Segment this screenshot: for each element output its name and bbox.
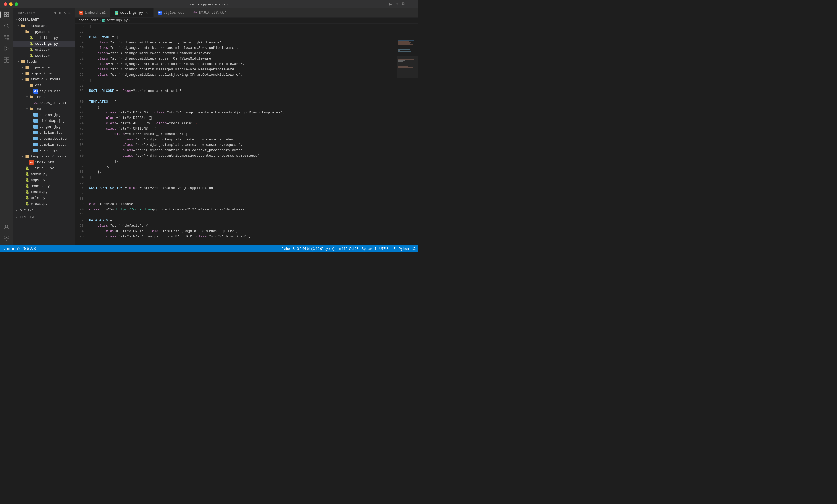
line-content[interactable]: class="str">'NAME': os.path.join(BASE_DI… bbox=[89, 234, 397, 239]
tree-tests-py[interactable]: 🐍 tests.py bbox=[13, 189, 75, 195]
run-icon[interactable]: ▶ bbox=[389, 2, 392, 7]
line-content[interactable]: class="str">'django.middleware.common.Co… bbox=[89, 51, 397, 56]
minimize-button[interactable] bbox=[9, 2, 13, 6]
tab-bmjua-font[interactable]: Aa BMJUA_ttf.ttf bbox=[189, 8, 231, 17]
tab-index-html[interactable]: dj index.html bbox=[75, 8, 110, 17]
errors-item[interactable]: 0 0 bbox=[23, 247, 36, 251]
line-content[interactable]: }, bbox=[89, 169, 397, 175]
explorer-icon[interactable] bbox=[2, 10, 11, 19]
tree-foods-urls[interactable]: 🐍 urls.py bbox=[13, 195, 75, 201]
line-content[interactable]: class="str">'OPTIONS': { bbox=[89, 126, 397, 131]
tree-wsgi-py[interactable]: 🐍 wsgi.py bbox=[13, 53, 75, 58]
source-control-icon[interactable] bbox=[2, 33, 11, 41]
sync-item[interactable] bbox=[17, 247, 20, 250]
new-file-icon[interactable]: + bbox=[54, 11, 57, 15]
window-controls[interactable] bbox=[4, 2, 18, 6]
tree-fonts-folder[interactable]: ▾ fonts bbox=[13, 94, 75, 100]
line-content[interactable]: class="str">'django.middleware.clickjack… bbox=[89, 72, 397, 78]
timeline-header[interactable]: ▸ TIMELINE bbox=[13, 214, 75, 220]
tree-bibimbap[interactable]: bibimbap.jpg bbox=[13, 118, 75, 124]
tree-migrations[interactable]: ▸ migrations bbox=[13, 70, 75, 76]
line-content[interactable]: class="str">'context_processors': [ bbox=[89, 131, 397, 137]
tab-styles-css[interactable]: CSS styles.css bbox=[154, 8, 189, 17]
tree-styles-css[interactable]: CSS styles.css bbox=[13, 88, 75, 94]
line-content[interactable]: ], bbox=[89, 159, 397, 164]
tree-root-costaurant[interactable]: ▾ COSTAURANT bbox=[13, 17, 75, 23]
line-content[interactable]: ] bbox=[89, 78, 397, 83]
account-icon[interactable] bbox=[2, 222, 11, 231]
code-container[interactable]: 56]5758MIDDLEWARE = [59 class="str">'dja… bbox=[75, 24, 418, 245]
line-content[interactable]: DATABASES = { bbox=[89, 218, 397, 223]
tree-bmjua-font[interactable]: Aa BMJUA_ttf.ttf bbox=[13, 100, 75, 106]
tree-banana[interactable]: banana.jpg bbox=[13, 112, 75, 118]
tree-pycache[interactable]: ▸ __pycache__ bbox=[13, 29, 75, 35]
line-content[interactable]: WSGI_APPLICATION = class="str">'costaura… bbox=[89, 185, 397, 191]
language-item[interactable]: Python bbox=[399, 247, 409, 251]
line-content[interactable]: class="cm"># Database bbox=[89, 202, 397, 207]
tree-css-folder[interactable]: ▾ css bbox=[13, 82, 75, 88]
tree-foods-init[interactable]: 🐍 __init__.py bbox=[13, 165, 75, 171]
line-content[interactable]: class="str">'django.contrib.messages.mid… bbox=[89, 67, 397, 72]
line-content[interactable]: ROOT_URLCONF = class="str">'costaurant.u… bbox=[89, 88, 397, 94]
search-icon[interactable] bbox=[2, 21, 11, 30]
run-debug-icon[interactable] bbox=[2, 44, 11, 53]
line-content[interactable]: class="str">'django.contrib.auth.context… bbox=[89, 148, 397, 153]
tree-models-py[interactable]: 🐍 models.py bbox=[13, 183, 75, 189]
tree-views-py[interactable]: 🐍 views.py bbox=[13, 201, 75, 207]
tree-chicken[interactable]: chicken.jpg bbox=[13, 130, 75, 136]
notifications-item[interactable] bbox=[412, 247, 416, 251]
more-icon[interactable]: ··· bbox=[409, 2, 416, 6]
tab-close-button[interactable]: × bbox=[145, 11, 149, 15]
tree-images-folder[interactable]: ▾ images bbox=[13, 106, 75, 112]
tab-settings-py[interactable]: 🐍 settings.py × bbox=[110, 8, 154, 17]
breadcrumb-costaurant[interactable]: costaurant bbox=[79, 19, 98, 22]
tree-apps-py[interactable]: 🐍 apps.py bbox=[13, 177, 75, 183]
settings-icon[interactable] bbox=[2, 234, 11, 242]
new-folder-icon[interactable]: ⊕ bbox=[59, 11, 61, 15]
tree-costaurant-folder[interactable]: ▾ costaurant bbox=[13, 23, 75, 29]
line-content[interactable]: class="str">'django.template.context_pro… bbox=[89, 137, 397, 142]
line-content[interactable]: class="str">'ENGINE': class="str">'djang… bbox=[89, 229, 397, 234]
refresh-icon[interactable]: ↻ bbox=[64, 11, 66, 15]
tree-foods-folder[interactable]: ▾ foods bbox=[13, 58, 75, 65]
tree-templates-foods[interactable]: ▾ templates / foods bbox=[13, 154, 75, 159]
line-ending-item[interactable]: LF bbox=[392, 247, 396, 251]
split-icon[interactable]: ⧉ bbox=[402, 2, 405, 6]
spaces-item[interactable]: Spaces: 4 bbox=[362, 247, 376, 251]
code-editor[interactable]: 56]5758MIDDLEWARE = [59 class="str">'dja… bbox=[75, 24, 397, 245]
extensions-icon[interactable] bbox=[2, 55, 11, 64]
tree-settings-py[interactable]: 🐍 settings.py bbox=[13, 41, 75, 47]
line-content[interactable]: class="str">'DIRS': [], bbox=[89, 115, 397, 121]
tree-index-html[interactable]: dj index.html bbox=[13, 159, 75, 165]
line-content[interactable]: MIDDLEWARE = [ bbox=[89, 35, 397, 40]
tree-static-foods[interactable]: ▾ static / foods bbox=[13, 76, 75, 82]
line-content[interactable]: }, bbox=[89, 164, 397, 169]
collapse-all-icon[interactable]: ≡ bbox=[69, 11, 71, 15]
line-content[interactable]: class="str">'BACKEND': class="str">'djan… bbox=[89, 110, 397, 115]
line-content[interactable]: class="str">'django.middleware.security.… bbox=[89, 40, 397, 45]
line-content[interactable]: class="str">'APP_DIRS': class="bool">Tru… bbox=[89, 121, 397, 126]
python-version-item[interactable]: Python 3.10.0 64-bit ('3.10.0': pyenv) bbox=[282, 247, 334, 251]
breadcrumb-settings[interactable]: py settings.py bbox=[102, 19, 127, 22]
tree-sushi[interactable]: sushi.jpg bbox=[13, 147, 75, 154]
tree-burger[interactable]: burger.jpg bbox=[13, 124, 75, 130]
line-content[interactable]: { bbox=[89, 105, 397, 110]
line-content[interactable]: class="str">'django.template.context_pro… bbox=[89, 142, 397, 148]
tree-urls-py[interactable]: 🐍 urls.py bbox=[13, 47, 75, 53]
outline-header[interactable]: ▸ OUTLINE bbox=[13, 208, 75, 213]
ln-col-item[interactable]: Ln 119, Col 23 bbox=[337, 247, 358, 251]
tree-admin-py[interactable]: 🐍 admin.py bbox=[13, 171, 75, 177]
tree-init-py[interactable]: 🐍 __init__.py bbox=[13, 35, 75, 41]
layout-icon[interactable]: ⊞ bbox=[396, 2, 398, 7]
line-content[interactable]: class="str">'django.contrib.messages.con… bbox=[89, 153, 397, 159]
line-content[interactable]: class="str">'django.contrib.auth.middlew… bbox=[89, 61, 397, 67]
maximize-button[interactable] bbox=[15, 2, 18, 6]
line-content[interactable]: class="str">'default': { bbox=[89, 223, 397, 229]
tree-croquette[interactable]: croquette.jpg bbox=[13, 136, 75, 142]
tree-pumpkin[interactable]: pumpkin_so... bbox=[13, 142, 75, 147]
line-content[interactable]: ] bbox=[89, 24, 397, 29]
line-content[interactable]: class="cm"># https://docs.djangoproject.… bbox=[89, 207, 397, 212]
line-content[interactable]: class="str">'django.middleware.csrf.Csrf… bbox=[89, 56, 397, 61]
line-content[interactable]: class="str">'django.contrib.sessions.mid… bbox=[89, 45, 397, 51]
tree-foods-pycache[interactable]: ▸ __pycache__ bbox=[13, 65, 75, 70]
